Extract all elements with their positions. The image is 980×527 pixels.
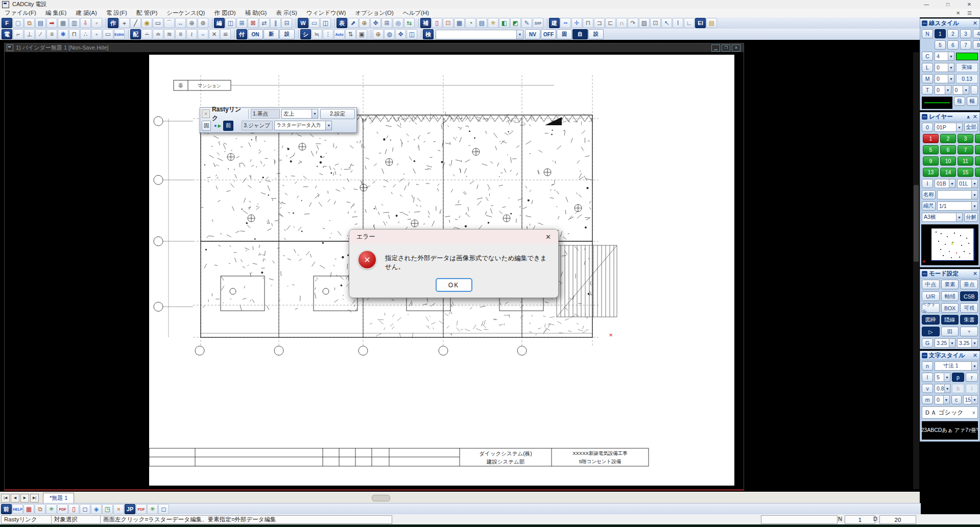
sequence-group-button[interactable]: シ <box>300 29 311 39</box>
grid-icon[interactable]: ✛ <box>571 18 582 28</box>
pan-2-icon[interactable]: ✥ <box>395 29 406 39</box>
sxf-icon[interactable]: SXF <box>533 18 543 28</box>
auto-number-icon[interactable]: Auto <box>334 29 345 39</box>
view-group-button[interactable]: 表 <box>337 18 347 28</box>
pipe-group-button[interactable]: 配 <box>130 29 141 39</box>
panel-minimize-icon[interactable]: — <box>922 271 927 277</box>
switch-icon[interactable]: ∕ <box>35 29 46 39</box>
steel-icon[interactable]: Ⅰ <box>673 18 683 28</box>
tab-nav-button-3[interactable]: ▶| <box>30 494 39 502</box>
estimate-icon[interactable]: Estim <box>114 29 125 39</box>
chevron-down-icon[interactable]: ∨ <box>972 410 975 415</box>
hatch-wall-icon[interactable]: ▨ <box>639 18 650 28</box>
panel-close-icon[interactable]: ✕ <box>973 352 979 359</box>
chevron-down-icon[interactable]: ▼ <box>943 396 949 404</box>
sequence-icon[interactable]: ≒ <box>312 29 322 39</box>
copy-icon[interactable]: ⊞ <box>236 18 247 28</box>
dots-icon[interactable]: ∴ <box>80 29 91 39</box>
line-type-button[interactable]: 種 <box>954 97 965 106</box>
ladder-icon[interactable]: ⋮ <box>323 29 333 39</box>
line-style-8-button[interactable]: 8 <box>973 40 980 50</box>
menu-item-7[interactable]: 補 助(G) <box>241 9 272 17</box>
burst-icon[interactable]: ✱ <box>58 29 68 39</box>
help-icon[interactable]: HELP <box>12 504 23 514</box>
mode-BOX-button[interactable]: BOX <box>941 303 959 313</box>
panel-close-icon[interactable]: ✕ <box>973 113 979 120</box>
chevron-down-icon[interactable]: ▼ <box>312 109 318 118</box>
layer-button-5[interactable]: 5 <box>923 145 939 154</box>
vertical-scrollbar-thumb[interactable] <box>914 185 919 262</box>
tab-nav-button-1[interactable]: ◀ <box>11 494 19 502</box>
layer-button-12[interactable]: 12 <box>975 156 980 166</box>
new-mode-button[interactable]: 新 <box>264 29 279 39</box>
arc-icon[interactable]: ⌒ <box>164 18 175 28</box>
text-color-combo[interactable]: 15▼ <box>963 395 978 404</box>
text-style-combo[interactable]: 寸法 1▼ <box>935 361 978 371</box>
nv-button[interactable]: NV <box>525 29 540 39</box>
layer-scale-button[interactable]: 縮尺 <box>922 201 936 211</box>
menu-item-3[interactable]: 電 設(F) <box>102 9 132 17</box>
light-icon[interactable]: ⊥ <box>24 29 35 39</box>
layer-button-2[interactable]: 2 <box>940 134 956 143</box>
fill-icon[interactable]: ◧ <box>499 18 510 28</box>
outlet-icon[interactable]: ⌐ <box>13 29 23 39</box>
layer-button-15[interactable]: 15 <box>958 168 973 177</box>
line-style-7-button[interactable]: 7 <box>960 40 971 50</box>
layer-name-combo[interactable]: ▼ <box>937 190 978 199</box>
mode-隠線-button[interactable]: 隠線 <box>941 315 959 325</box>
chevron-down-icon[interactable]: ▼ <box>971 179 977 188</box>
layer-button-9[interactable]: 9 <box>923 156 939 166</box>
chevron-down-icon[interactable]: ▼ <box>948 63 954 72</box>
export-window-icon[interactable]: ◳ <box>102 504 113 514</box>
dialog-close-icon[interactable]: ✕ <box>545 233 551 241</box>
cascade-icon[interactable]: ▭ <box>309 18 320 28</box>
layer-list-combo[interactable]: 01L▼ <box>957 179 978 188</box>
layer-button-10[interactable]: 10 <box>940 156 956 166</box>
fixed-button[interactable]: 固 <box>557 29 572 39</box>
jp-button[interactable]: JP <box>125 504 135 514</box>
panel-close-icon[interactable]: ✕ <box>973 20 979 27</box>
width-label-button[interactable]: M <box>922 74 933 83</box>
open-file-icon[interactable]: ⧉ <box>24 18 35 28</box>
rectangle-icon[interactable]: ▭ <box>153 18 163 28</box>
layer-button-11[interactable]: 11 <box>958 156 973 166</box>
menu-item-9[interactable]: ウィンドウ(W) <box>302 9 350 17</box>
star-2-icon[interactable]: ✳ <box>147 504 158 514</box>
chevron-down-icon[interactable]: ▼ <box>944 384 950 393</box>
file-group-button[interactable]: F <box>2 18 12 28</box>
rasty-icon[interactable]: R <box>113 504 124 514</box>
edit-group-button[interactable]: 編 <box>214 18 225 28</box>
accessory-group-button[interactable]: 付 <box>236 29 247 39</box>
updown-icon[interactable]: ⇅ <box>345 29 356 39</box>
chevron-down-icon[interactable]: ▼ <box>945 86 951 94</box>
menu-close-icon[interactable]: ✕ <box>956 10 960 16</box>
layer-button-7[interactable]: 7 <box>958 145 973 154</box>
layer-all-button[interactable]: 全部 <box>964 123 978 132</box>
line-style-1-button[interactable]: 1 <box>935 29 946 38</box>
delete-icon[interactable]: ⊠ <box>248 18 258 28</box>
tray-icon[interactable]: ≡ <box>175 29 186 39</box>
t-label-button[interactable]: T <box>922 85 933 95</box>
pan-icon[interactable]: ✥ <box>370 18 381 28</box>
line-width-button[interactable]: 幅 <box>967 97 978 106</box>
star-icon[interactable]: ✳ <box>46 504 57 514</box>
menu-item-5[interactable]: シーケンス(Q) <box>162 9 209 17</box>
print-preview-icon[interactable]: ▥ <box>69 18 80 28</box>
line-style-2-button[interactable]: 2 <box>947 29 959 38</box>
zoom-previous-icon[interactable]: ◎ <box>393 18 403 28</box>
text-space-combo[interactable]: 0▼ <box>935 395 950 404</box>
print-icon[interactable]: ▦ <box>58 18 68 28</box>
g-label-button[interactable]: G <box>922 338 933 348</box>
redraw-icon[interactable]: ⇆ <box>404 18 415 28</box>
table-icon[interactable]: ▦ <box>454 18 465 28</box>
leader-icon[interactable]: ↖ <box>661 18 672 28</box>
layer-scale-combo[interactable]: 1/1▼ <box>937 201 978 211</box>
pie-icon[interactable]: ◔ <box>465 18 476 28</box>
panel-close-icon[interactable]: ✕ <box>973 270 979 277</box>
layer-group-combo[interactable]: 01P▼ <box>935 123 963 132</box>
line-style-4-button[interactable]: 4 <box>973 29 980 38</box>
diamond-icon[interactable]: ◈ <box>91 504 102 514</box>
hatch-icon[interactable]: ⊛ <box>198 18 208 28</box>
electric-group-button[interactable]: 電 <box>2 29 12 39</box>
panel-collapse-icon[interactable]: ∧ <box>966 114 972 120</box>
